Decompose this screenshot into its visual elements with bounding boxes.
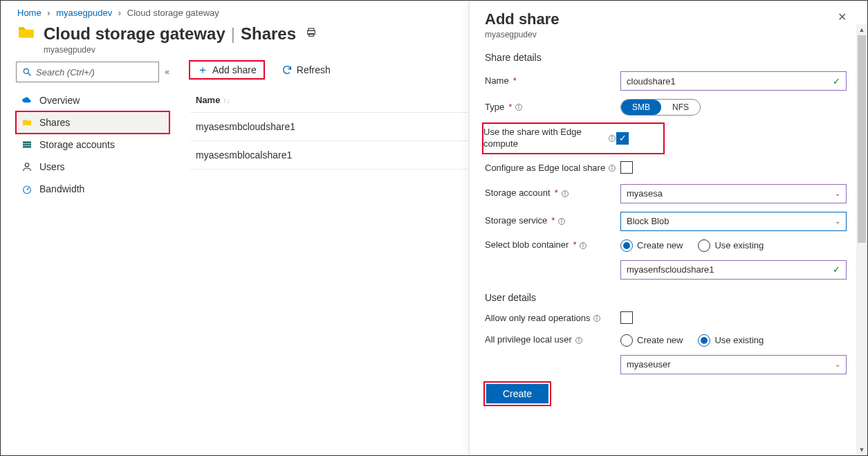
scroll-up-arrow[interactable]: ▲ — [856, 24, 867, 35]
search-input[interactable]: Search (Ctrl+/) — [16, 62, 159, 82]
svg-rect-5 — [23, 141, 31, 143]
svg-rect-2 — [309, 33, 314, 36]
radio-icon — [698, 334, 710, 347]
valid-check-icon: ✓ — [833, 264, 840, 275]
svg-point-14 — [519, 105, 519, 106]
type-label: Type* — [485, 102, 620, 113]
edge-local-label: Configure as Edge local share — [485, 163, 620, 174]
info-icon[interactable] — [608, 164, 616, 172]
svg-point-8 — [25, 163, 28, 167]
bandwidth-icon — [21, 183, 33, 194]
type-smb[interactable]: SMB — [621, 100, 661, 115]
info-icon[interactable] — [557, 217, 566, 226]
user-create-new[interactable]: Create new — [620, 334, 683, 347]
radio-icon — [698, 239, 710, 252]
info-icon[interactable] — [575, 336, 583, 345]
storage-service-value: Block Blob — [627, 216, 669, 226]
print-icon[interactable] — [306, 27, 317, 40]
nav-overview[interactable]: Overview — [16, 89, 169, 111]
svg-rect-7 — [23, 146, 31, 148]
storage-service-label: Storage service* — [485, 215, 620, 227]
chevron-down-icon: ⌄ — [835, 217, 840, 225]
user-details-heading: User details — [485, 292, 847, 303]
refresh-label: Refresh — [297, 64, 331, 75]
info-icon[interactable] — [593, 314, 601, 322]
svg-point-23 — [564, 192, 565, 192]
page-title-main: Cloud storage gateway — [44, 24, 225, 44]
info-icon[interactable] — [515, 103, 523, 111]
user-use-existing[interactable]: Use existing — [698, 334, 764, 347]
allow-read-label: Allow only read operations — [485, 313, 620, 325]
breadcrumb-sep: › — [115, 8, 124, 18]
type-nfs[interactable]: NFS — [661, 100, 700, 115]
edge-local-checkbox[interactable] — [620, 161, 633, 174]
nav-users[interactable]: Users — [16, 156, 169, 178]
breadcrumb-device[interactable]: myasegpudev — [56, 8, 112, 18]
all-priv-label: All privilege local user — [485, 334, 620, 346]
radio-icon — [620, 334, 633, 347]
edge-compute-checkbox[interactable]: ✓ — [616, 132, 629, 145]
panel-title: Add share — [485, 10, 560, 28]
scrollbar-thumb[interactable] — [858, 35, 866, 243]
folder-icon — [17, 24, 44, 44]
storage-service-select[interactable]: Block Blob ⌄ — [620, 212, 847, 231]
sidebar: Search (Ctrl+/) « Overview Shares Storag… — [1, 62, 176, 456]
name-input[interactable]: cloudshare1 ✓ — [620, 71, 847, 91]
nav-users-label: Users — [39, 161, 65, 172]
search-icon — [22, 67, 32, 77]
search-placeholder: Search (Ctrl+/) — [36, 67, 95, 77]
breadcrumb-home[interactable]: Home — [17, 8, 41, 18]
close-icon[interactable]: ✕ — [838, 10, 847, 24]
refresh-icon — [281, 64, 293, 75]
chevron-down-icon: ⌄ — [835, 361, 840, 368]
page-title-section: Shares — [241, 24, 296, 44]
plus-icon: ＋ — [197, 64, 208, 75]
container-use-existing[interactable]: Use existing — [698, 239, 764, 252]
allow-read-checkbox[interactable] — [620, 311, 633, 324]
svg-point-29 — [583, 244, 584, 244]
nav-overview-label: Overview — [39, 95, 80, 106]
user-value: myaseuser — [627, 359, 671, 370]
select-container-label: Select blob container* — [485, 239, 620, 251]
edge-compute-label: Use the share with Edge compute — [483, 127, 616, 150]
nav-shares[interactable]: Shares — [16, 111, 169, 134]
add-share-panel: Add share ✕ myasegpudev Share details Na… — [469, 1, 867, 455]
storage-icon — [21, 139, 33, 150]
container-name-input[interactable]: myasenfscloudshare1 ✓ — [620, 260, 847, 280]
scroll-down-arrow[interactable]: ▼ — [856, 444, 867, 455]
info-icon[interactable] — [608, 134, 616, 143]
refresh-button[interactable]: Refresh — [275, 62, 338, 78]
storage-account-value: myasesa — [627, 188, 663, 199]
chevron-down-icon: ⌄ — [835, 190, 840, 197]
add-share-button[interactable]: ＋ Add share — [190, 62, 264, 78]
nav-bandwidth-label: Bandwidth — [39, 183, 84, 194]
storage-account-label: Storage account* — [485, 188, 620, 199]
share-details-heading: Share details — [485, 52, 847, 63]
radio-icon — [620, 239, 633, 252]
container-create-new[interactable]: Create new — [620, 239, 683, 252]
create-button[interactable]: Create — [486, 384, 548, 403]
user-icon — [21, 161, 33, 172]
folder-icon — [21, 117, 33, 128]
breadcrumb-sep: › — [44, 8, 53, 18]
breadcrumb-current: Cloud storage gateway — [127, 8, 219, 18]
type-toggle[interactable]: SMB NFS — [620, 99, 701, 116]
nav-bandwidth[interactable]: Bandwidth — [16, 178, 169, 200]
info-icon[interactable] — [579, 241, 587, 250]
page-title: Cloud storage gateway | Shares — [44, 24, 296, 44]
user-select[interactable]: myaseuser ⌄ — [620, 355, 847, 374]
svg-point-32 — [597, 316, 598, 317]
svg-point-17 — [612, 136, 613, 137]
add-share-label: Add share — [212, 64, 257, 75]
name-value: cloudshare1 — [627, 76, 676, 86]
collapse-sidebar-icon[interactable]: « — [165, 67, 169, 77]
svg-point-35 — [578, 338, 579, 339]
svg-rect-6 — [23, 144, 31, 146]
nav-storage-accounts[interactable]: Storage accounts — [16, 134, 169, 156]
container-value: myasenfscloudshare1 — [627, 264, 714, 275]
sort-icon: ↑↓ — [223, 97, 230, 104]
panel-subtitle: myasegpudev — [485, 30, 847, 39]
info-icon[interactable] — [561, 190, 569, 198]
storage-account-select[interactable]: myasesa ⌄ — [620, 184, 847, 203]
svg-point-20 — [612, 166, 613, 167]
